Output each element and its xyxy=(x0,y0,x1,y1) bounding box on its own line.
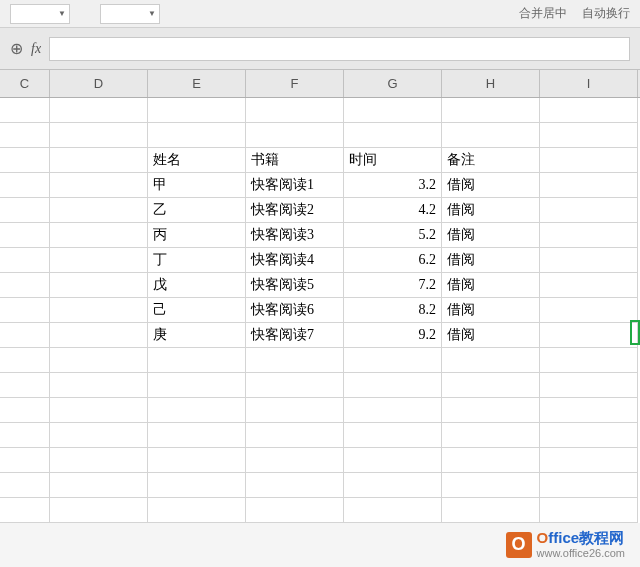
cell[interactable] xyxy=(246,373,344,398)
cell-book[interactable]: 快客阅读4 xyxy=(246,248,344,273)
cell[interactable] xyxy=(148,348,246,373)
cell[interactable] xyxy=(246,98,344,123)
cell[interactable] xyxy=(0,198,50,223)
cell[interactable] xyxy=(50,323,148,348)
col-header-I[interactable]: I xyxy=(540,70,638,97)
cell[interactable] xyxy=(148,498,246,523)
cell[interactable] xyxy=(540,248,638,273)
cell[interactable] xyxy=(540,348,638,373)
cell[interactable] xyxy=(148,123,246,148)
cell[interactable] xyxy=(50,148,148,173)
cell[interactable] xyxy=(50,223,148,248)
cell[interactable] xyxy=(50,98,148,123)
cell-time[interactable]: 4.2 xyxy=(344,198,442,223)
cell[interactable] xyxy=(50,173,148,198)
cell[interactable] xyxy=(148,473,246,498)
cell[interactable] xyxy=(50,298,148,323)
cell[interactable] xyxy=(540,98,638,123)
cell[interactable] xyxy=(50,423,148,448)
cell-name[interactable]: 丙 xyxy=(148,223,246,248)
cell[interactable] xyxy=(442,448,540,473)
cell-header-book[interactable]: 书籍 xyxy=(246,148,344,173)
cell[interactable] xyxy=(442,473,540,498)
cell-time[interactable]: 3.2 xyxy=(344,173,442,198)
cell[interactable] xyxy=(442,373,540,398)
cell-note[interactable]: 借阅 xyxy=(442,173,540,198)
cell[interactable] xyxy=(344,448,442,473)
col-header-G[interactable]: G xyxy=(344,70,442,97)
cell[interactable] xyxy=(0,423,50,448)
cell-header-name[interactable]: 姓名 xyxy=(148,148,246,173)
cell[interactable] xyxy=(540,123,638,148)
cell[interactable] xyxy=(344,473,442,498)
cell[interactable] xyxy=(246,123,344,148)
cell[interactable] xyxy=(50,473,148,498)
cell-book[interactable]: 快客阅读6 xyxy=(246,298,344,323)
cell-header-note[interactable]: 备注 xyxy=(442,148,540,173)
cell[interactable] xyxy=(246,348,344,373)
col-header-E[interactable]: E xyxy=(148,70,246,97)
cell[interactable] xyxy=(344,398,442,423)
cell[interactable] xyxy=(148,448,246,473)
cell-name[interactable]: 甲 xyxy=(148,173,246,198)
spreadsheet-grid[interactable]: 姓名 书籍 时间 备注 甲 快客阅读1 3.2 借阅 乙 快客阅读2 4.2 借… xyxy=(0,98,640,523)
cell[interactable] xyxy=(0,148,50,173)
cell[interactable] xyxy=(540,323,638,348)
cell[interactable] xyxy=(246,498,344,523)
cell-note[interactable]: 借阅 xyxy=(442,273,540,298)
cell[interactable] xyxy=(540,498,638,523)
col-header-C[interactable]: C xyxy=(0,70,50,97)
cell[interactable] xyxy=(540,198,638,223)
cell[interactable] xyxy=(50,398,148,423)
cell-time[interactable]: 9.2 xyxy=(344,323,442,348)
cell-book[interactable]: 快客阅读7 xyxy=(246,323,344,348)
cell-note[interactable]: 借阅 xyxy=(442,248,540,273)
cell[interactable] xyxy=(0,398,50,423)
cell-note[interactable]: 借阅 xyxy=(442,198,540,223)
wrap-text-button[interactable]: 自动换行 xyxy=(582,5,630,22)
cell[interactable] xyxy=(50,198,148,223)
cell[interactable] xyxy=(148,98,246,123)
cell[interactable] xyxy=(442,398,540,423)
merge-center-button[interactable]: 合并居中 xyxy=(519,5,567,22)
cell[interactable] xyxy=(344,498,442,523)
formula-input[interactable] xyxy=(49,37,630,61)
col-header-F[interactable]: F xyxy=(246,70,344,97)
fx-label[interactable]: fx xyxy=(31,41,41,57)
cell[interactable] xyxy=(0,473,50,498)
cell-note[interactable]: 借阅 xyxy=(442,323,540,348)
cell-name[interactable]: 戊 xyxy=(148,273,246,298)
cell[interactable] xyxy=(540,223,638,248)
cell[interactable] xyxy=(0,173,50,198)
cell[interactable] xyxy=(50,448,148,473)
cell[interactable] xyxy=(0,448,50,473)
cell[interactable] xyxy=(540,148,638,173)
cell[interactable] xyxy=(540,398,638,423)
cell[interactable] xyxy=(442,123,540,148)
col-header-H[interactable]: H xyxy=(442,70,540,97)
cell[interactable] xyxy=(344,123,442,148)
cell[interactable] xyxy=(540,298,638,323)
cell-book[interactable]: 快客阅读5 xyxy=(246,273,344,298)
size-dropdown[interactable]: ▼ xyxy=(100,4,160,24)
cell-header-time[interactable]: 时间 xyxy=(344,148,442,173)
cell[interactable] xyxy=(0,98,50,123)
cell[interactable] xyxy=(540,423,638,448)
cell-time[interactable]: 7.2 xyxy=(344,273,442,298)
cell[interactable] xyxy=(50,248,148,273)
cell[interactable] xyxy=(50,123,148,148)
cell[interactable] xyxy=(344,348,442,373)
cell-name[interactable]: 己 xyxy=(148,298,246,323)
cell[interactable] xyxy=(246,473,344,498)
cell[interactable] xyxy=(540,373,638,398)
cell[interactable] xyxy=(0,498,50,523)
cell[interactable] xyxy=(540,173,638,198)
cell[interactable] xyxy=(246,398,344,423)
cell[interactable] xyxy=(50,273,148,298)
cell[interactable] xyxy=(344,373,442,398)
cell-book[interactable]: 快客阅读3 xyxy=(246,223,344,248)
cell-name[interactable]: 庚 xyxy=(148,323,246,348)
cell[interactable] xyxy=(0,348,50,373)
cell[interactable] xyxy=(0,298,50,323)
cell[interactable] xyxy=(540,473,638,498)
